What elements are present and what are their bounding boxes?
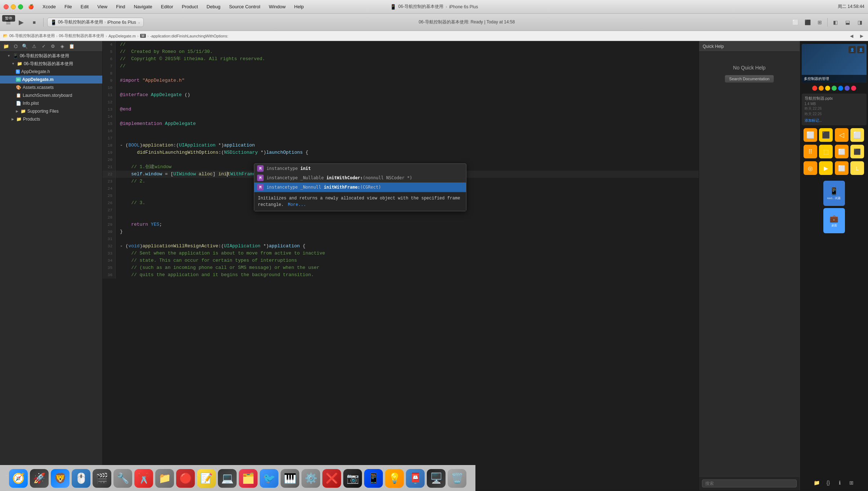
nav-reports-btn[interactable]: 📋 xyxy=(68,42,76,50)
autocomplete-item-2[interactable]: M instancetype _Nullable initWithCoder:(… xyxy=(254,173,466,183)
add-note-btn[interactable]: 添加标记... xyxy=(805,118,864,123)
autocomplete-item-1[interactable]: M instancetype init xyxy=(254,164,466,173)
minimize-button[interactable] xyxy=(11,4,16,9)
autocomplete-item-3[interactable]: M instancetype _Nonnull initWithFrame:(C… xyxy=(254,183,466,192)
sidebar-item-appdelegate-m[interactable]: m AppDelegate.m xyxy=(0,76,102,84)
sidebar-item-project-root[interactable]: ▼ 📱 06-导航控制器的基本使用 xyxy=(0,52,102,60)
rp-grid-btn[interactable]: ⊞ xyxy=(847,478,856,487)
menu-navigate[interactable]: Navigate xyxy=(132,3,153,10)
editor-standard-btn[interactable]: ⬜ xyxy=(790,17,801,28)
dock-mail[interactable]: 🖱️ xyxy=(72,469,90,488)
dock-calendar[interactable]: ✂️ xyxy=(134,469,153,488)
menu-help[interactable]: Help xyxy=(293,3,305,10)
more-link[interactable]: More... xyxy=(288,202,306,207)
nav-debug-btn[interactable]: ⚙ xyxy=(49,42,57,50)
nav-files-btn[interactable]: 📁 xyxy=(2,42,10,50)
sidebar-item-assets[interactable]: 🎨 Assets.xcassets xyxy=(0,84,102,91)
dock-notes[interactable]: 📁 xyxy=(155,469,174,488)
sidebar-item-infoplist[interactable]: 📄 Info.plist xyxy=(0,99,102,107)
rp-folder-btn[interactable]: 📁 xyxy=(812,478,822,487)
rp-info-btn[interactable]: ℹ xyxy=(835,478,845,487)
dock-finder[interactable]: 🧭 xyxy=(9,469,28,488)
icon-btn-10[interactable]: ▶ xyxy=(819,161,833,175)
dock-app12[interactable]: 🖥️ xyxy=(427,469,446,488)
utilities-toggle-btn[interactable]: ◨ xyxy=(854,17,865,28)
menu-debug[interactable]: Debug xyxy=(205,3,222,10)
dock-trash[interactable]: 🗑️ xyxy=(448,469,466,488)
editor-assistant-btn[interactable]: ⬛ xyxy=(802,17,813,28)
dock-system-prefs[interactable]: ⚙️ xyxy=(301,469,320,488)
dock-app10[interactable]: 💡 xyxy=(385,469,404,488)
dock-app5[interactable]: 🐦 xyxy=(260,469,278,488)
nav-search-btn[interactable]: 🔍 xyxy=(21,42,29,50)
icon-btn-7[interactable]: ⬜ xyxy=(835,145,849,158)
menu-file[interactable]: File xyxy=(63,3,73,10)
apple-menu[interactable]: 🍎 xyxy=(27,3,35,10)
sidebar-item-products[interactable]: ▶ 📁 Products xyxy=(0,115,102,123)
menu-source-control[interactable]: Source Control xyxy=(228,3,262,10)
navigator-toggle-btn[interactable]: ◧ xyxy=(830,17,841,28)
nav-symbols-btn[interactable]: ⌬ xyxy=(12,42,19,50)
scheme-selector[interactable]: 📱 06-导航控制的基本使用 › iPhone 6s Plus ⌄ xyxy=(47,18,144,27)
icon-btn-8[interactable]: ⬛ xyxy=(850,145,864,158)
icon-btn-1[interactable]: ⬜ xyxy=(804,128,817,142)
ios-folder-icon[interactable]: 📱 ios1...试题 xyxy=(823,181,845,206)
nav-tests-btn[interactable]: ✓ xyxy=(40,42,48,50)
video-thumbnail[interactable]: 多控制器的管理 👤 👤 xyxy=(802,44,867,83)
desktop-folder-icon[interactable]: 💼 桌面 xyxy=(823,208,845,233)
dock-safari[interactable]: 🦁 xyxy=(51,469,70,488)
editor-version-btn[interactable]: ⊞ xyxy=(814,17,825,28)
dock-app6[interactable]: 🎹 xyxy=(281,469,299,488)
dock-launchpad[interactable]: 🚀 xyxy=(30,469,49,488)
dot-orange xyxy=(819,86,824,91)
icon-btn-3[interactable]: ◁ xyxy=(835,128,849,142)
icon-btn-2[interactable]: ⬛ xyxy=(819,128,833,142)
run-button[interactable]: ▶ xyxy=(16,17,27,28)
icon-btn-5[interactable]: ⠿ xyxy=(804,145,817,158)
dock-app11[interactable]: 📮 xyxy=(406,469,425,488)
menu-edit[interactable]: Edit xyxy=(79,3,90,10)
dock-app2[interactable]: 📝 xyxy=(197,469,216,488)
menu-view[interactable]: View xyxy=(96,3,109,10)
maximize-button[interactable] xyxy=(18,4,23,9)
menu-editor[interactable]: Editor xyxy=(160,3,175,10)
breadcrumb-part-1[interactable]: 06-导航控制器的基本使用 xyxy=(9,33,55,39)
dock-app9[interactable]: 📱 xyxy=(364,469,383,488)
autocomplete-popup[interactable]: M instancetype init M instancetype _Null… xyxy=(254,163,466,211)
menu-xcode[interactable]: Xcode xyxy=(41,3,57,10)
menu-window[interactable]: Window xyxy=(268,3,287,10)
icon-btn-11[interactable]: ⬜ xyxy=(835,161,849,175)
sidebar-item-launchscreen[interactable]: 📋 LaunchScreen.storyboard xyxy=(0,91,102,99)
breadcrumb-file[interactable]: AppDelegate.m xyxy=(108,34,136,38)
label-btn[interactable]: L xyxy=(850,161,864,175)
debug-area-toggle-btn[interactable]: ⬓ xyxy=(842,17,853,28)
dock-photos[interactable]: 🎬 xyxy=(93,469,111,488)
rp-brackets-btn[interactable]: {} xyxy=(824,478,833,487)
close-button[interactable] xyxy=(4,4,9,9)
quick-help-search-input[interactable] xyxy=(702,479,797,487)
next-btn[interactable]: ▶ xyxy=(858,32,865,40)
nav-breakpoints-btn[interactable]: ◈ xyxy=(58,42,66,50)
icon-btn-4[interactable]: ⬜ xyxy=(850,128,864,142)
menu-find[interactable]: Find xyxy=(115,3,126,10)
dock-app1[interactable]: 🔴 xyxy=(176,469,195,488)
search-documentation-button[interactable]: Search Documentation xyxy=(725,75,774,83)
icon-btn-6[interactable]: ⬚ xyxy=(819,145,833,158)
stop-button[interactable]: ■ xyxy=(29,17,40,28)
menu-product[interactable]: Product xyxy=(180,3,200,10)
dock-contacts[interactable]: 🔧 xyxy=(113,469,132,488)
dock-app8[interactable]: 📷 xyxy=(343,469,362,488)
breadcrumb-method[interactable]: -application:didFinishLaunchingWithOptio… xyxy=(150,34,228,38)
breadcrumb-symbol[interactable]: M xyxy=(140,34,146,38)
icon-btn-9[interactable]: ◎ xyxy=(804,161,817,175)
sidebar-item-appdelegate-h[interactable]: h AppDelegate.h xyxy=(0,68,102,76)
dock-app7[interactable]: ❌ xyxy=(322,469,341,488)
dock-app4[interactable]: 🗂️ xyxy=(239,469,258,488)
code-editor[interactable]: 4 // 5 // Created by Romeo on 15/11/30. … xyxy=(103,41,699,490)
breadcrumb-part-2[interactable]: 06-导航控制器的基本使用 xyxy=(59,33,104,39)
dock-app3[interactable]: 💻 xyxy=(218,469,237,488)
sidebar-item-project-folder[interactable]: ▼ 📁 06-导航控制器的基本使用 xyxy=(0,60,102,68)
nav-issues-btn[interactable]: ⚠ xyxy=(30,42,38,50)
sidebar-item-supporting-files[interactable]: ▶ 📁 Supporting Files xyxy=(0,107,102,115)
prev-btn[interactable]: ◀ xyxy=(848,32,855,40)
